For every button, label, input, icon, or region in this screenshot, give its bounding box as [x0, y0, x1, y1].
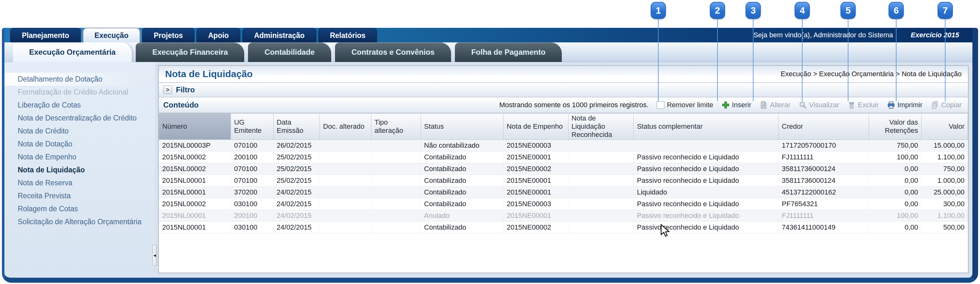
subtab-folha-de-pagamento[interactable]: Folha de Pagamento [455, 42, 562, 62]
view-button[interactable]: Visualizar [799, 101, 839, 109]
cell-valor: 15.000,00 [921, 140, 968, 151]
column-header[interactable]: Status [421, 114, 503, 140]
column-header[interactable]: Status complementar [634, 114, 778, 140]
remove-limit-checkbox[interactable] [657, 101, 664, 109]
cell-nota-empenho: 2015NE00001 [503, 151, 568, 163]
callout-badge-7: 7 [938, 2, 953, 19]
subtab-execucao-orcamentaria[interactable]: Execução Orçamentária [13, 42, 132, 62]
column-header[interactable]: UG Emitente [231, 114, 273, 140]
page-title: Nota de Liquidação [165, 69, 253, 79]
tab-execucao[interactable]: Execução [83, 28, 140, 42]
cell-nota-empenho: 2015NE00001 [503, 187, 568, 198]
column-header[interactable]: Valor [921, 114, 968, 140]
column-header[interactable]: Credor [778, 114, 869, 140]
column-header[interactable]: Número [159, 114, 231, 140]
cell-data-emissao: 25/02/2015 [273, 151, 320, 163]
table-row[interactable]: 2015NL00001 200100 24/02/2015 Anulado 20… [159, 210, 968, 222]
title-bar: Nota de Liquidação Execução > Execução O… [159, 66, 968, 83]
tab-projetos[interactable]: Projetos [142, 28, 194, 42]
column-header[interactable]: Tipo alteração [371, 114, 421, 140]
sidebar-item[interactable]: Rolagem de Cotas [5, 202, 155, 215]
sidebar-item[interactable]: Nota de Reserva [5, 176, 155, 189]
cell-valor: 1.000,00 [921, 175, 968, 187]
table-row[interactable]: 2015NL00003P 070100 26/02/2015 Não conta… [159, 140, 968, 151]
edit-button[interactable]: Alterar [759, 101, 791, 109]
subtab-contabilidade[interactable]: Contabilidade [248, 42, 331, 62]
filter-expand-button[interactable]: > [163, 86, 172, 94]
tab-apoio[interactable]: Apoio [196, 28, 240, 42]
subtab-contratos-e-convenios[interactable]: Contratos e Convênios [335, 42, 451, 62]
printer-icon [887, 101, 895, 109]
records-table: Número UG Emitente Data Emissão Doc. alt… [159, 113, 968, 233]
cell-status: Contabilizado [421, 187, 503, 198]
cell-credor: 74361411000149 [778, 222, 869, 233]
column-header[interactable]: Data Emissão [273, 114, 320, 140]
callout-badge-5: 5 [840, 2, 856, 19]
cell-nota-empenho: 2015NE00003 [503, 140, 568, 151]
cell-doc-alterado [320, 187, 371, 198]
subtab-execucao-financeira[interactable]: Execução Financeira [136, 42, 244, 62]
sidebar-item[interactable]: Nota de Descentralização de Crédito [5, 112, 155, 125]
welcome-message: Seja bem vindo(a), Administrador do Sist… [754, 31, 893, 39]
view-button-label: Visualizar [809, 101, 839, 109]
cell-doc-alterado [320, 151, 371, 163]
cell-ug-emitente: 070100 [231, 140, 273, 151]
cell-tipo-alteracao [371, 151, 421, 163]
sidebar-item[interactable]: Nota de Dotação [5, 138, 155, 151]
cell-nota-empenho: 2015NE00003 [503, 198, 568, 210]
cell-retencoes: 100,00 [869, 210, 921, 222]
cell-valor: 300,00 [921, 198, 968, 210]
tab-administracao[interactable]: Administração [242, 28, 317, 42]
cell-data-emissao: 25/02/2015 [273, 175, 320, 187]
cell-tipo-alteracao [371, 175, 421, 187]
sidebar-collapse-handle[interactable]: ◄ [153, 245, 157, 266]
table-row[interactable]: 2015NL00002 030100 24/02/2015 Contabiliz… [159, 198, 968, 210]
sidebar-item[interactable]: Detalhamento de Dotação [5, 73, 155, 86]
sidebar-item[interactable]: Liberação de Cotas [5, 99, 155, 112]
cell-status: Contabilizado [421, 163, 503, 175]
cell-tipo-alteracao [371, 187, 421, 198]
sidebar-item[interactable]: Nota de Crédito [5, 125, 155, 138]
table-row[interactable]: 2015NL00001 030100 24/02/2015 Contabiliz… [159, 222, 968, 233]
sidebar-item[interactable]: Formalização de Crédito Adicional [5, 86, 155, 99]
cell-numero: 2015NL00001 [159, 175, 231, 187]
content-toolbar: Conteúdo Mostrando somente os 1000 prime… [159, 97, 968, 113]
sidebar-item[interactable]: Nota de Empenho [5, 151, 155, 163]
delete-button[interactable]: Excluir [848, 101, 879, 109]
table-row[interactable]: 2015NL00002 070100 25/02/2015 Contabiliz… [159, 163, 968, 175]
callout-badge-3: 3 [746, 2, 761, 19]
print-button[interactable]: Imprimir [887, 101, 923, 109]
exercise-year: Exercício 2015 [911, 31, 959, 39]
sidebar-item[interactable]: Solicitação de Alteração Orçamentária [5, 215, 155, 228]
cell-nl-reconhecida [568, 222, 634, 233]
main-nav-bar: Planejamento Execução Projetos Apoio Adm… [5, 28, 972, 42]
column-header[interactable]: Valor das Retenções [869, 114, 921, 140]
cell-data-emissao: 24/02/2015 [273, 198, 320, 210]
table-row[interactable]: 2015NL00001 370200 24/02/2015 Contabiliz… [159, 187, 968, 198]
column-header[interactable]: Doc. alterado [320, 114, 371, 140]
cell-retencoes: 0,00 [869, 187, 921, 198]
remove-limit-label: Remover limite [667, 101, 713, 109]
cell-doc-alterado [320, 175, 371, 187]
copy-button-label: Copiar [941, 101, 962, 109]
cell-ug-emitente: 070100 [231, 175, 273, 187]
sidebar-item[interactable]: Nota de Liquidação [5, 163, 155, 176]
cell-status: Não contabilizado [421, 140, 503, 151]
cell-data-emissao: 24/02/2015 [273, 222, 320, 233]
app-window: Planejamento Execução Projetos Apoio Adm… [2, 28, 978, 283]
cell-nota-empenho: 2015NE00002 [503, 163, 568, 175]
copy-button[interactable]: Copiar [931, 101, 962, 109]
tab-relatorios[interactable]: Relatórios [318, 28, 377, 42]
column-header[interactable]: Nota de Liquidação Reconhecida [568, 114, 634, 140]
tab-planejamento[interactable]: Planejamento [10, 28, 81, 42]
cell-status-complementar [634, 140, 778, 151]
cell-numero: 2015NL00001 [159, 187, 231, 198]
cell-status-complementar: Passivo reconhecido e Liquidado [634, 210, 778, 222]
column-header[interactable]: Nota de Empenho [503, 114, 568, 140]
cell-numero: 2015NL00002 [159, 151, 231, 163]
sidebar-item[interactable]: Receita Prevista [5, 189, 155, 202]
cell-valor: 500,00 [921, 222, 968, 233]
table-row[interactable]: 2015NL00002 200100 25/02/2015 Contabiliz… [159, 151, 968, 163]
insert-button[interactable]: Inserir [722, 101, 751, 109]
table-row[interactable]: 2015NL00001 070100 25/02/2015 Contabiliz… [159, 175, 968, 187]
